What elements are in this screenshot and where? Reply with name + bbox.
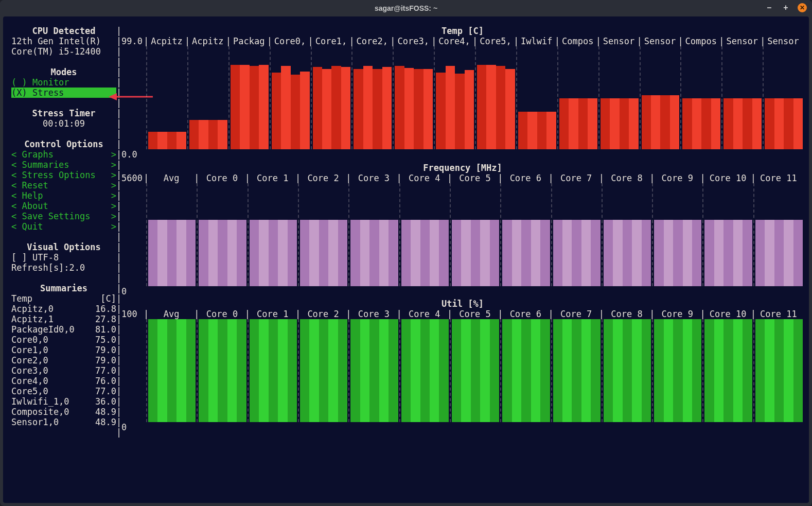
temp-chart-title: Temp [C] (121, 26, 804, 36)
bar (673, 319, 682, 422)
terminal-body[interactable]: CPU Detected 12th Gen Intel(R) Core(TM) … (3, 16, 809, 503)
bar (704, 220, 714, 286)
bar (743, 319, 752, 422)
refresh-setting[interactable]: Refresh[s]:2.0 (11, 263, 116, 273)
bar (632, 220, 641, 286)
bar (167, 319, 176, 422)
chart-col-bars (434, 46, 475, 149)
bar (496, 66, 505, 149)
bar (309, 220, 319, 286)
bar (250, 66, 259, 149)
close-button[interactable]: ✕ (798, 3, 807, 12)
temp-y-axis-spacer (121, 46, 146, 149)
divider-column: |||||||||||||||||||||||||||||||||||||||| (116, 26, 121, 498)
bar (319, 220, 328, 286)
chart-col-label: |Avg (146, 309, 197, 319)
summary-row: Core0,075.0 (11, 335, 116, 345)
bar (774, 220, 784, 286)
bar (733, 98, 743, 149)
chart-col-bars (753, 319, 804, 422)
summary-row: Acpitz,016.8 (11, 304, 116, 314)
control-option-help[interactable]: < Help> (11, 190, 116, 201)
control-option-save-settings[interactable]: < Save Settings> (11, 211, 116, 221)
bar (486, 65, 496, 149)
minimize-button[interactable]: – (765, 3, 774, 12)
chart-col-label: |Avg (146, 173, 197, 183)
bar (218, 220, 227, 286)
control-option-about[interactable]: < About> (11, 201, 116, 211)
bar (632, 319, 641, 422)
bar (793, 220, 803, 286)
bar (591, 220, 600, 286)
chart-col-label: |Acpitz (187, 36, 228, 46)
chart-col-label: |Core3, (393, 36, 434, 46)
chart-col-label: |Core 1 (248, 173, 298, 183)
bar (642, 319, 651, 422)
window-title: sagar@itsFOSS: ~ (375, 3, 437, 13)
chart-col-label: |Core 9 (652, 309, 702, 319)
bar (711, 98, 720, 149)
bar (755, 220, 765, 286)
bar (237, 319, 246, 422)
bar (176, 319, 186, 422)
chart-col-bars (311, 46, 352, 149)
bar (752, 98, 762, 149)
bar (430, 319, 439, 422)
temp-chart-labels: |Acpitz|Acpitz|Packag|Core0,|Core1,|Core… (146, 36, 804, 46)
cpu-detected-line1: 12th Gen Intel(R) (11, 36, 116, 46)
bar (439, 319, 448, 422)
bar (692, 98, 701, 149)
bar (723, 220, 733, 286)
chart-col-label: |Core 3 (348, 309, 399, 319)
bar (208, 220, 218, 286)
titlebar[interactable]: sagar@itsFOSS: ~ – + ✕ (0, 0, 812, 16)
bar (651, 95, 660, 149)
bar (328, 220, 338, 286)
util-chart-bars (146, 319, 804, 422)
bar (774, 319, 784, 422)
bar (331, 66, 341, 149)
mode-stress[interactable]: (X) Stress (11, 88, 116, 98)
chart-col-bars (248, 183, 298, 286)
bar (743, 220, 752, 286)
bar (350, 319, 360, 422)
bar (404, 68, 414, 149)
control-option-summaries[interactable]: < Summaries> (11, 160, 116, 170)
bar (269, 319, 278, 422)
bar (610, 98, 619, 149)
mode-monitor[interactable]: ( ) Monitor (11, 77, 116, 88)
bar (765, 98, 774, 149)
bar (540, 319, 550, 422)
visual-options-heading: Visual Options (11, 242, 116, 252)
bar (208, 120, 218, 149)
chart-col-label: |Core 8 (602, 309, 652, 319)
bar (581, 319, 591, 422)
control-option-graphs[interactable]: < Graphs> (11, 149, 116, 160)
control-option-quit[interactable]: < Quit> (11, 221, 116, 232)
terminal-window: sagar@itsFOSS: ~ – + ✕ CPU Detected 12th… (0, 0, 812, 506)
utf8-toggle[interactable]: [ ] UTF-8 (11, 252, 116, 263)
bar (569, 98, 578, 149)
bar (227, 319, 237, 422)
control-option-stress-options[interactable]: < Stress Options> (11, 170, 116, 180)
chart-col-bars (187, 46, 228, 149)
bar (601, 98, 610, 149)
bar (420, 319, 430, 422)
bar (395, 66, 404, 149)
bar (755, 319, 765, 422)
chart-col-bars (551, 319, 602, 422)
bar (553, 220, 562, 286)
bar (259, 220, 268, 286)
bar (683, 220, 692, 286)
bar (531, 220, 540, 286)
temp-chart: 99.0 |Acpitz|Acpitz|Packag|Core0,|Core1,… (121, 36, 804, 160)
bar (167, 132, 176, 149)
chart-col-label: |Core2, (351, 36, 393, 46)
bar (389, 220, 398, 286)
bar (300, 72, 309, 150)
control-option-reset[interactable]: < Reset> (11, 180, 116, 190)
maximize-button[interactable]: + (781, 3, 790, 12)
bar (319, 319, 328, 422)
bar (338, 220, 347, 286)
chart-col-bars (763, 46, 804, 149)
